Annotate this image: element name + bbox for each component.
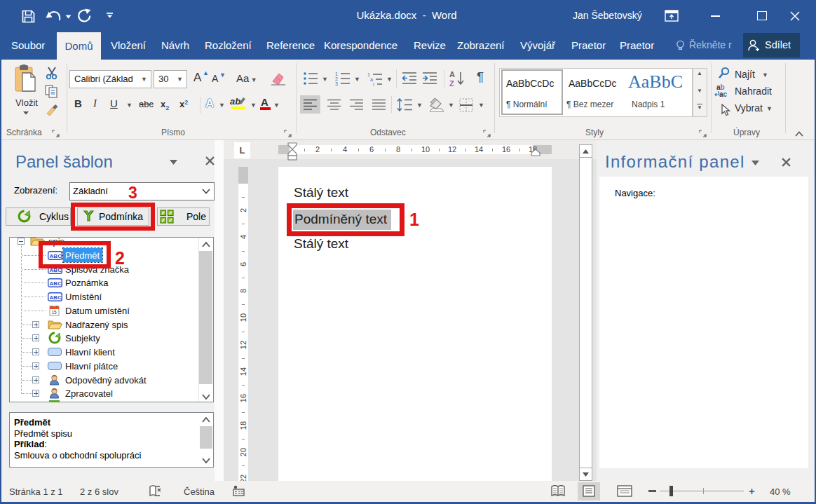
svg-text:2: 2 — [335, 76, 338, 81]
svg-text:1: 1 — [335, 71, 338, 76]
svg-text:a: a — [370, 77, 373, 82]
svg-text:i: i — [373, 82, 374, 86]
svg-text:ABC: ABC — [50, 280, 62, 287]
svg-text:ABC: ABC — [50, 294, 62, 301]
svg-text:1: 1 — [367, 72, 370, 77]
svg-text:15: 15 — [52, 310, 57, 315]
svg-text:3: 3 — [335, 81, 338, 86]
svg-text:Z: Z — [449, 79, 454, 87]
svg-text:A: A — [449, 70, 455, 79]
